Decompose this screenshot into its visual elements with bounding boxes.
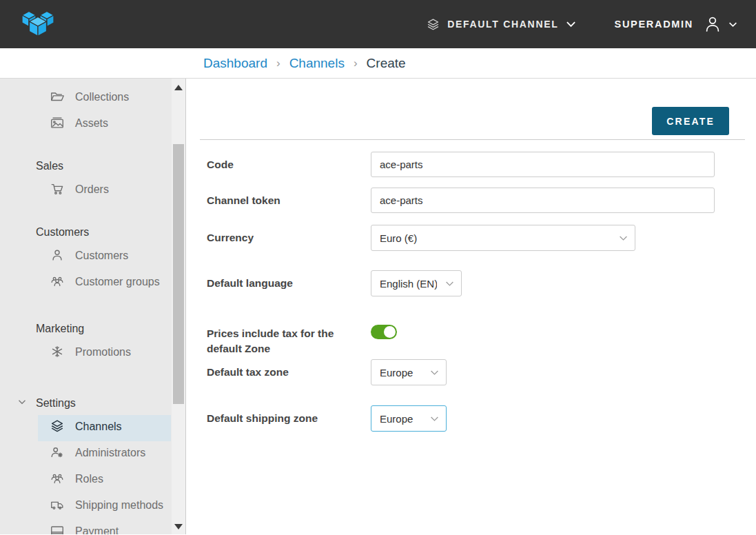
layers-icon — [426, 17, 440, 32]
users-icon — [50, 274, 65, 293]
channel-token-input[interactable] — [371, 188, 715, 213]
sidebar-item-label: Promotions — [75, 346, 131, 358]
sidebar-scrollbar — [172, 79, 185, 534]
breadcrumb: Dashboard › Channels › Create — [0, 48, 756, 79]
default-shipping-zone-select[interactable]: Europe — [371, 405, 447, 432]
sidebar-nav: Collections Assets Sales — [0, 79, 186, 534]
prices-include-tax-label: Prices include tax for the default Zone — [200, 321, 371, 356]
credit-card-icon — [50, 523, 65, 534]
header-divider — [200, 139, 745, 140]
prices-include-tax-toggle[interactable] — [371, 325, 397, 339]
sidebar-section-catalog: Collections Assets — [0, 85, 171, 138]
sidebar-section-header-marketing: Marketing — [0, 321, 171, 336]
breadcrumb-separator: › — [276, 57, 280, 70]
form-row-default-shipping-zone: Default shipping zone Europe — [200, 405, 745, 432]
default-language-select-value: English (EN) — [380, 278, 437, 290]
breadcrumb-dashboard[interactable]: Dashboard — [203, 56, 267, 71]
currency-select-value: Euro (€) — [380, 232, 611, 244]
sidebar-item-label: Channels — [75, 421, 122, 432]
sidebar-item-label: Shipping methods — [75, 499, 163, 511]
user-menu[interactable]: SUPERADMIN — [615, 14, 737, 34]
form-row-currency: Currency Euro (€) — [200, 225, 745, 251]
default-shipping-zone-select-value: Europe — [380, 413, 422, 425]
sidebar-item-label: Roles — [75, 473, 103, 485]
sidebar-item-orders[interactable]: Orders — [38, 178, 171, 204]
sidebar-item-collections[interactable]: Collections — [38, 85, 171, 112]
content-area: Collections Assets Sales — [0, 79, 756, 534]
sidebar-item-customers[interactable]: Customers — [38, 244, 171, 270]
sidebar-section-header-customers: Customers — [0, 225, 171, 240]
currency-label: Currency — [200, 225, 371, 245]
asterisk-icon — [50, 344, 65, 363]
folder-icon — [50, 89, 65, 108]
default-language-select[interactable]: English (EN) — [371, 270, 462, 296]
chevron-down-icon — [430, 416, 439, 422]
form-row-code: Code — [200, 152, 745, 177]
default-shipping-zone-label: Default shipping zone — [200, 405, 371, 426]
sidebar-section-sales: Orders — [0, 178, 171, 204]
sidebar-item-label: Customers — [75, 250, 128, 261]
form-row-default-tax-zone: Default tax zone Europe — [200, 359, 745, 385]
sidebar-item-payment-methods[interactable]: Payment — [38, 520, 171, 534]
vendure-logo[interactable] — [21, 6, 55, 43]
sidebar-item-label: Orders — [75, 183, 109, 195]
sidebar-section-header-sales: Sales — [0, 159, 171, 174]
user-icon — [703, 14, 722, 34]
chevron-down-icon — [445, 281, 454, 287]
breadcrumb-create: Create — [367, 56, 406, 71]
truck-icon — [50, 497, 65, 516]
sidebar-item-channels[interactable]: Channels — [38, 415, 171, 441]
default-tax-zone-label: Default tax zone — [200, 359, 371, 380]
sidebar-item-label: Payment — [75, 525, 119, 534]
channel-form: Code Channel token Currency Euro (€) — [200, 152, 745, 432]
default-tax-zone-select[interactable]: Europe — [371, 359, 447, 385]
user-icon — [50, 248, 65, 267]
sidebar-item-roles[interactable]: Roles — [38, 467, 171, 494]
sidebar-section-header-settings[interactable]: Settings — [0, 396, 171, 411]
default-language-label: Default language — [200, 270, 371, 291]
channel-selector-label: DEFAULT CHANNEL — [447, 19, 558, 30]
chevron-down-icon — [430, 370, 439, 376]
top-bar: DEFAULT CHANNEL SUPERADMIN — [0, 0, 756, 48]
scrollbar-thumb[interactable] — [173, 144, 184, 404]
layers-icon — [50, 418, 65, 438]
sidebar-item-customer-groups[interactable]: Customer groups — [38, 270, 171, 296]
scroll-down-icon[interactable] — [174, 524, 183, 529]
sidebar-item-promotions[interactable]: Promotions — [38, 341, 171, 367]
breadcrumb-separator: › — [354, 57, 358, 70]
scroll-up-icon[interactable] — [174, 85, 183, 90]
code-label: Code — [200, 152, 371, 172]
image-icon — [50, 115, 65, 134]
chevron-down-icon — [18, 399, 26, 405]
form-row-channel-token: Channel token — [200, 188, 745, 213]
sidebar-section-marketing: Promotions — [0, 341, 171, 367]
default-tax-zone-select-value: Europe — [380, 367, 422, 378]
sidebar-item-label: Customer groups — [75, 276, 160, 287]
chevron-down-icon — [619, 235, 628, 241]
create-channel-page: CREATE Code Channel token Currency Euro … — [186, 79, 756, 534]
sidebar-item-label: Administrators — [75, 447, 145, 458]
sidebar-item-assets[interactable]: Assets — [38, 112, 171, 138]
app-window: DEFAULT CHANNEL SUPERADMIN D — [0, 0, 756, 535]
cart-icon — [50, 181, 65, 201]
sidebar-item-label: Assets — [75, 117, 108, 129]
sidebar-item-administrators[interactable]: Administrators — [38, 441, 171, 467]
users-icon — [50, 471, 65, 490]
channel-switcher[interactable]: DEFAULT CHANNEL — [426, 17, 575, 32]
create-button[interactable]: CREATE — [652, 107, 729, 135]
channel-token-label: Channel token — [200, 188, 371, 208]
sidebar-scroll-content: Collections Assets Sales — [0, 79, 171, 534]
currency-select[interactable]: Euro (€) — [371, 225, 635, 251]
form-row-default-language: Default language English (EN) — [200, 270, 745, 296]
topbar-right-group: DEFAULT CHANNEL SUPERADMIN — [426, 14, 737, 34]
chevron-down-icon — [728, 21, 737, 28]
sidebar-item-label: Collections — [75, 91, 129, 103]
user-gear-icon — [50, 445, 65, 464]
vendure-logo-icon — [21, 6, 55, 43]
user-name-label: SUPERADMIN — [615, 19, 693, 30]
code-input[interactable] — [371, 152, 715, 177]
sidebar-section-settings: Channels — [0, 415, 171, 534]
breadcrumb-channels[interactable]: Channels — [289, 56, 345, 71]
sidebar-item-shipping-methods[interactable]: Shipping methods — [38, 494, 171, 520]
form-row-prices-include-tax: Prices include tax for the default Zone — [200, 321, 745, 356]
